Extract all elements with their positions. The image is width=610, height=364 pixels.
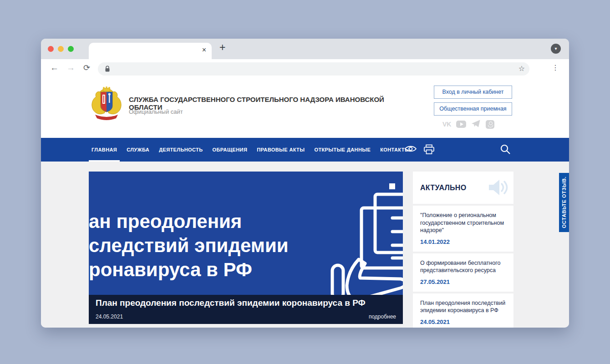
slide-headline: ан преодоления следствий эпидемии ронави… xyxy=(89,209,289,282)
news-item-date: 27.05.2021 xyxy=(420,278,506,285)
browser-tab[interactable]: × xyxy=(89,43,212,59)
news-item-text[interactable]: План преодоления последствий эпидемии ко… xyxy=(420,299,506,314)
webpage: СЛУЖБА ГОСУДАРСТВЕННОГО СТРОИТЕЛЬНОГО НА… xyxy=(41,78,569,328)
speaker-icon xyxy=(488,178,508,198)
nav-item-appeals[interactable]: ОБРАЩЕНИЯ xyxy=(212,138,249,162)
nav-item-home[interactable]: ГЛАВНАЯ xyxy=(91,138,118,162)
nav-item-legal-acts[interactable]: ПРАВОВЫЕ АКТЫ xyxy=(256,138,305,162)
print-icon[interactable] xyxy=(423,144,435,157)
youtube-icon[interactable] xyxy=(456,121,466,128)
news-item-date: 14.01.2022 xyxy=(420,238,506,245)
news-item[interactable]: "Положение о региональном государственно… xyxy=(413,206,513,252)
maximize-window-button[interactable] xyxy=(68,46,74,52)
browser-tabstrip: × + ▾ xyxy=(41,39,569,59)
close-window-button[interactable] xyxy=(48,46,54,52)
nav-item-service[interactable]: СЛУЖБА xyxy=(126,138,150,162)
vk-icon[interactable]: VK xyxy=(442,121,451,128)
login-cabinet-button[interactable]: Вход в личный кабинет xyxy=(434,86,512,99)
news-item[interactable]: План преодоления последствий эпидемии ко… xyxy=(413,293,513,328)
site-header: СЛУЖБА ГОСУДАРСТВЕННОГО СТРОИТЕЛЬНОГО НА… xyxy=(41,78,569,138)
sidebar-title: АКТУАЛЬНО xyxy=(420,184,466,192)
odnoklassniki-icon[interactable] xyxy=(486,120,494,129)
nav-item-activity[interactable]: ДЕЯТЕЛЬНОСТЬ xyxy=(158,138,203,162)
slide-caption: План преодоления последствий эпидемии ко… xyxy=(89,295,403,324)
news-item-date: 24.05.2021 xyxy=(420,318,506,325)
leave-feedback-tab[interactable]: ОСТАВЬТЕ ОТЗЫВ. xyxy=(559,173,569,232)
address-bar[interactable]: ☆ xyxy=(98,62,529,76)
news-slider[interactable]: ан преодоления следствий эпидемии ронави… xyxy=(89,172,403,324)
telegram-icon[interactable] xyxy=(471,119,481,130)
slide-image: ан преодоления следствий эпидемии ронави… xyxy=(89,172,403,295)
search-icon[interactable] xyxy=(500,144,511,157)
news-item[interactable]: О формировании бесплатного представитель… xyxy=(413,253,513,292)
news-item-text[interactable]: "Положение о региональном государственно… xyxy=(420,212,506,234)
leave-feedback-label: ОСТАВЬТЕ ОТЗЫВ. xyxy=(561,177,567,228)
slide-date: 24.05.2021 xyxy=(96,313,123,320)
actual-news-sidebar: АКТУАЛЬНО "Положение о региональном госу… xyxy=(413,172,513,328)
bookmark-star-icon[interactable]: ☆ xyxy=(518,64,525,73)
tab-search-button[interactable]: ▾ xyxy=(551,44,561,54)
news-item-text[interactable]: О формировании бесплатного представитель… xyxy=(420,259,506,274)
accessibility-eye-icon[interactable] xyxy=(404,145,417,155)
nav-menu: ГЛАВНАЯ СЛУЖБА ДЕЯТЕЛЬНОСТЬ ОБРАЩЕНИЯ ПР… xyxy=(91,138,411,162)
new-tab-button[interactable]: + xyxy=(219,41,225,54)
hand-with-document-icon xyxy=(324,189,403,295)
coat-of-arms-logo xyxy=(89,86,124,121)
main-navigation: ГЛАВНАЯ СЛУЖБА ДЕЯТЕЛЬНОСТЬ ОБРАЩЕНИЯ ПР… xyxy=(41,138,569,162)
social-links: VK xyxy=(442,119,494,129)
nav-item-open-data[interactable]: ОТКРЫТЫЕ ДАННЫЕ xyxy=(313,138,371,162)
public-reception-button[interactable]: Общественная приемная xyxy=(434,102,512,116)
browser-toolbar: ← → ⟳ ☆ ⋮ xyxy=(41,59,569,78)
desktop-background: × + ▾ ← → ⟳ ☆ ⋮ xyxy=(0,0,610,364)
slide-caption-title[interactable]: План преодоления последствий эпидемии ко… xyxy=(96,298,366,308)
browser-menu-icon[interactable]: ⋮ xyxy=(552,63,559,72)
lock-icon xyxy=(105,66,110,74)
tab-close-icon[interactable]: × xyxy=(202,46,206,54)
minimize-window-button[interactable] xyxy=(58,46,64,52)
back-icon[interactable]: ← xyxy=(50,63,59,73)
browser-window: × + ▾ ← → ⟳ ☆ ⋮ xyxy=(41,39,569,328)
reload-icon[interactable]: ⟳ xyxy=(83,63,90,73)
site-subtitle: Официальный сайт xyxy=(129,108,183,115)
sidebar-header: АКТУАЛЬНО xyxy=(413,172,513,204)
slide-more-link[interactable]: подробнее xyxy=(369,313,396,320)
forward-icon[interactable]: → xyxy=(66,63,75,73)
